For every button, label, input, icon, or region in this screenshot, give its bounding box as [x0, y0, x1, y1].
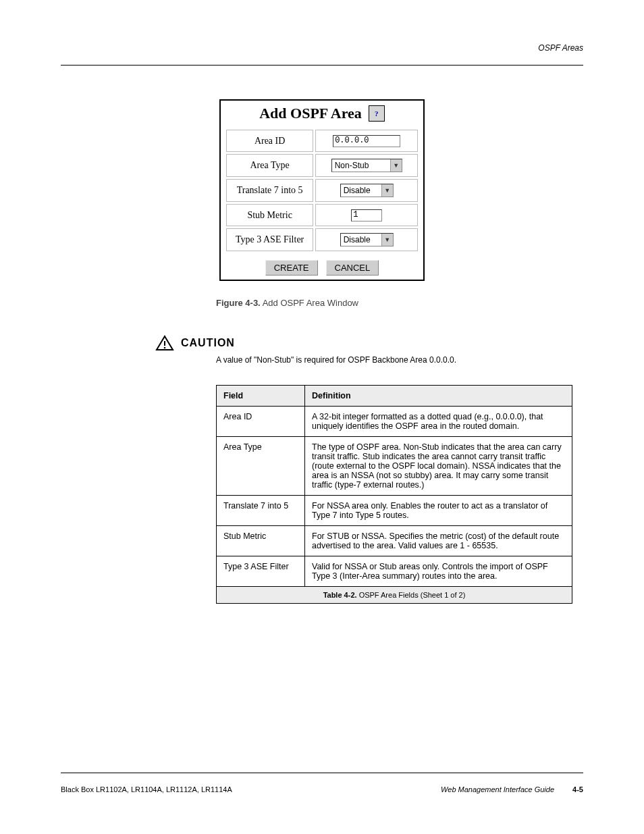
area-id-input[interactable]: 0.0.0.0: [333, 135, 400, 147]
type3-filter-select[interactable]: Disable ▼: [340, 233, 394, 246]
row-field: Type 3 ASE Filter: [217, 556, 305, 587]
screenshot-title: Add OSPF Area: [259, 105, 362, 122]
header-field: Field: [217, 386, 305, 407]
ospf-form-table: Area ID 0.0.0.0 Area Type Non-Stub ▼ Tra…: [224, 128, 420, 253]
area-type-value: Non-Stub: [335, 161, 390, 170]
row-field: Stub Metric: [217, 526, 305, 556]
translate-value: Disable: [344, 186, 381, 195]
svg-point-2: [164, 347, 166, 349]
table-caption-cell: Table 4-2. OSPF Area Fields (Sheet 1 of …: [217, 587, 572, 604]
row-field: Area Type: [217, 437, 305, 496]
cell-area-type: Non-Stub ▼: [315, 154, 418, 177]
row-field: Area ID: [217, 407, 305, 437]
row-definition: A 32-bit integer formatted as a dotted q…: [305, 407, 572, 437]
row-definition: For STUB or NSSA. Specifies the metric (…: [305, 526, 572, 556]
translate-select[interactable]: Disable ▼: [340, 184, 394, 197]
cell-area-id: 0.0.0.0: [315, 130, 418, 152]
label-area-id: Area ID: [226, 130, 313, 152]
label-translate: Translate 7 into 5: [226, 179, 313, 202]
cell-type3-filter: Disable ▼: [315, 228, 418, 251]
cell-stub-metric: 1: [315, 204, 418, 226]
add-ospf-area-screenshot: Add OSPF Area ? Area ID 0.0.0.0 Area Typ…: [219, 99, 425, 281]
table-caption-row: Table 4-2. OSPF Area Fields (Sheet 1 of …: [217, 587, 572, 604]
table-header-row: Field Definition: [217, 386, 572, 407]
table-row: Translate 7 into 5 For NSSA area only. E…: [217, 496, 572, 526]
caution-block: CAUTION: [155, 335, 583, 355]
footer-right: Web Management Interface Guide 4-5: [441, 785, 583, 793]
caution-word: CAUTION: [181, 337, 235, 349]
screenshot-title-row: Add OSPF Area ?: [221, 101, 423, 128]
ospf-area-fields-table: Field Definition Area ID A 32-bit intege…: [216, 385, 572, 604]
chevron-down-icon: ▼: [381, 234, 393, 246]
row-field: Translate 7 into 5: [217, 496, 305, 526]
cancel-button[interactable]: CANCEL: [326, 260, 379, 276]
table-caption-label: Table 4-2.: [323, 591, 357, 599]
caution-heading: CAUTION: [155, 335, 235, 351]
cell-translate: Disable ▼: [315, 179, 418, 202]
figure-caption-text: Add OSPF Area Window: [263, 298, 358, 308]
footer-page-number: 4-5: [572, 785, 583, 793]
table-row: Stub Metric For STUB or NSSA. Specifies …: [217, 526, 572, 556]
label-stub-metric: Stub Metric: [226, 204, 313, 226]
header-definition: Definition: [305, 386, 572, 407]
footer-doc-title: Web Management Interface Guide: [441, 785, 554, 793]
figure-caption: Figure 4-3. Add OSPF Area Window: [216, 298, 583, 308]
stub-metric-input[interactable]: 1: [351, 209, 382, 221]
footer-left: Black Box LR1102A, LR1104A, LR1112A, LR1…: [61, 785, 232, 793]
table-row: Area ID A 32-bit integer formatted as a …: [217, 407, 572, 437]
running-header: OSPF Areas: [538, 43, 583, 53]
table-row: Type 3 ASE Filter Valid for NSSA or Stub…: [217, 556, 572, 587]
row-definition: For NSSA area only. Enables the router t…: [305, 496, 572, 526]
label-area-type: Area Type: [226, 154, 313, 177]
caution-text: A value of "Non-Stub" is required for OS…: [216, 355, 583, 365]
top-horizontal-rule: [61, 65, 583, 66]
area-type-select[interactable]: Non-Stub ▼: [331, 159, 402, 172]
row-definition: Valid for NSSA or Stub areas only. Contr…: [305, 556, 572, 587]
warning-triangle-icon: [155, 335, 174, 351]
table-caption-text: OSPF Area Fields (Sheet 1 of 2): [359, 591, 466, 599]
table-row: Area Type The type of OSPF area. Non-Stu…: [217, 437, 572, 496]
chevron-down-icon: ▼: [381, 184, 393, 197]
chevron-down-icon: ▼: [390, 159, 402, 172]
row-definition: The type of OSPF area. Non-Stub indicate…: [305, 437, 572, 496]
bottom-horizontal-rule: [61, 773, 583, 773]
help-icon[interactable]: ?: [369, 105, 385, 122]
document-page: OSPF Areas Add OSPF Area ? Area ID 0.0.0…: [0, 0, 644, 834]
button-row: CREATE CANCEL: [221, 257, 423, 280]
label-type3-filter: Type 3 ASE Filter: [226, 228, 313, 251]
create-button[interactable]: CREATE: [265, 260, 318, 276]
type3-filter-value: Disable: [344, 235, 381, 244]
figure-label: Figure 4-3.: [216, 298, 261, 308]
